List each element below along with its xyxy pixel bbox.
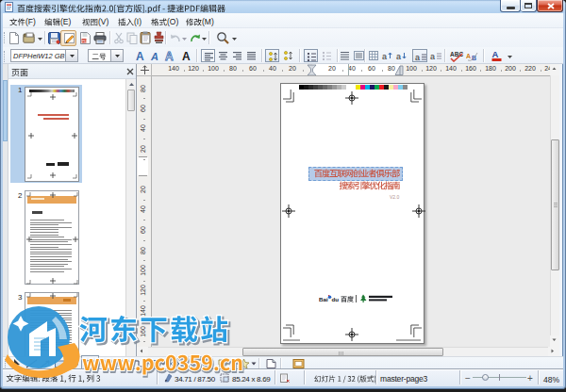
svg-text:a: a xyxy=(430,52,435,61)
svg-text:du: du xyxy=(332,296,340,302)
svg-text:A: A xyxy=(466,53,471,59)
svg-text:a: a xyxy=(415,53,420,62)
svg-text:A: A xyxy=(150,51,158,61)
svg-text:a: a xyxy=(382,52,387,61)
svg-text:PDF: PDF xyxy=(82,39,91,43)
svg-text:a: a xyxy=(396,52,401,61)
svg-text:A: A xyxy=(492,49,499,59)
svg-text:A: A xyxy=(182,50,191,61)
svg-text:A: A xyxy=(136,50,144,61)
svg-text:A: A xyxy=(165,50,174,61)
svg-text:Bai: Bai xyxy=(319,296,328,302)
